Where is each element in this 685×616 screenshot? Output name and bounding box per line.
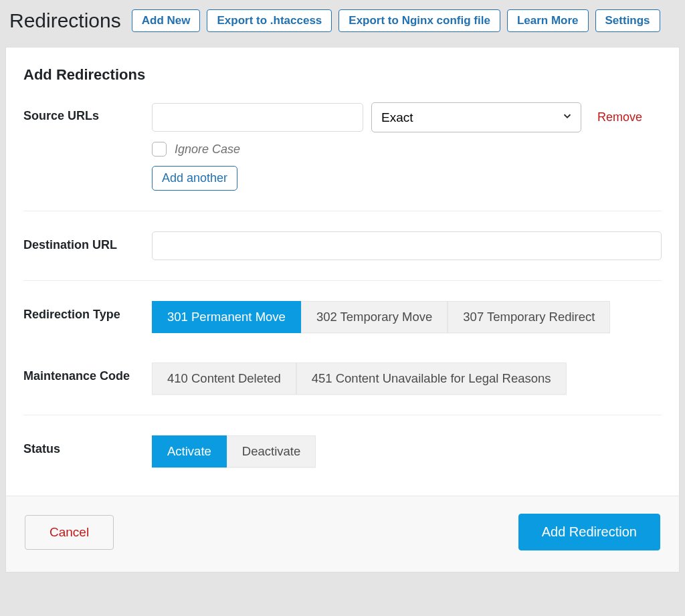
destination-row: Destination URL	[23, 231, 662, 281]
remove-source-link[interactable]: Remove	[595, 105, 645, 130]
export-htaccess-button[interactable]: Export to .htaccess	[207, 9, 332, 32]
maintenance-code-410[interactable]: 410 Content Deleted	[152, 363, 296, 395]
source-controls: Exact Remove Ignore Case Add another	[152, 102, 662, 191]
redirection-card: Add Redirections Source URLs Exact	[5, 47, 680, 573]
card-body: Add Redirections Source URLs Exact	[6, 47, 679, 496]
add-another-button[interactable]: Add another	[152, 166, 237, 191]
status-row: Status Activate Deactivate	[23, 435, 662, 488]
maintenance-code-451[interactable]: 451 Content Unavailable for Legal Reason…	[296, 363, 567, 395]
settings-button[interactable]: Settings	[595, 9, 660, 32]
destination-url-input[interactable]	[152, 231, 662, 260]
add-new-button[interactable]: Add New	[132, 9, 201, 32]
status-deactivate[interactable]: Deactivate	[227, 435, 316, 468]
redirection-type-label: Redirection Type	[23, 301, 152, 322]
ignore-case-checkbox[interactable]	[152, 142, 167, 157]
redirection-type-301[interactable]: 301 Permanent Move	[152, 301, 301, 333]
status-activate[interactable]: Activate	[152, 435, 227, 468]
maintenance-code-controls: 410 Content Deleted 451 Content Unavaila…	[152, 363, 662, 395]
export-nginx-button[interactable]: Export to Nginx config file	[338, 9, 500, 32]
redirection-type-group: 301 Permanent Move 302 Temporary Move 30…	[152, 301, 610, 333]
maintenance-code-label: Maintenance Code	[23, 363, 152, 383]
learn-more-button[interactable]: Learn More	[507, 9, 589, 32]
redirection-type-row: Redirection Type 301 Permanent Move 302 …	[23, 301, 662, 348]
redirection-type-controls: 301 Permanent Move 302 Temporary Move 30…	[152, 301, 662, 333]
destination-controls	[152, 231, 662, 260]
match-type-select-wrap: Exact	[371, 102, 581, 132]
page-title: Redirections	[9, 9, 121, 32]
ignore-case-row: Ignore Case	[152, 142, 662, 157]
match-type-select[interactable]: Exact	[371, 102, 581, 132]
status-group: Activate Deactivate	[152, 435, 316, 468]
maintenance-code-row: Maintenance Code 410 Content Deleted 451…	[23, 363, 662, 415]
source-url-input[interactable]	[152, 103, 363, 132]
page-wrap: Redirections Add New Export to .htaccess…	[0, 0, 685, 573]
redirection-type-302[interactable]: 302 Temporary Move	[301, 301, 448, 333]
maintenance-code-group: 410 Content Deleted 451 Content Unavaila…	[152, 363, 567, 395]
panel-title: Add Redirections	[23, 66, 662, 84]
ignore-case-label: Ignore Case	[175, 142, 240, 157]
status-controls: Activate Deactivate	[152, 435, 662, 468]
status-label: Status	[23, 435, 152, 456]
add-redirection-button[interactable]: Add Redirection	[518, 514, 660, 550]
cancel-button[interactable]: Cancel	[25, 515, 114, 550]
destination-label: Destination URL	[23, 231, 152, 252]
source-line: Exact Remove	[152, 102, 662, 132]
top-bar: Redirections Add New Export to .htaccess…	[5, 5, 680, 47]
redirection-type-307[interactable]: 307 Temporary Redirect	[448, 301, 610, 333]
card-actions: Cancel Add Redirection	[6, 496, 679, 572]
source-label: Source URLs	[23, 102, 152, 123]
source-row: Source URLs Exact Remove	[23, 102, 662, 211]
